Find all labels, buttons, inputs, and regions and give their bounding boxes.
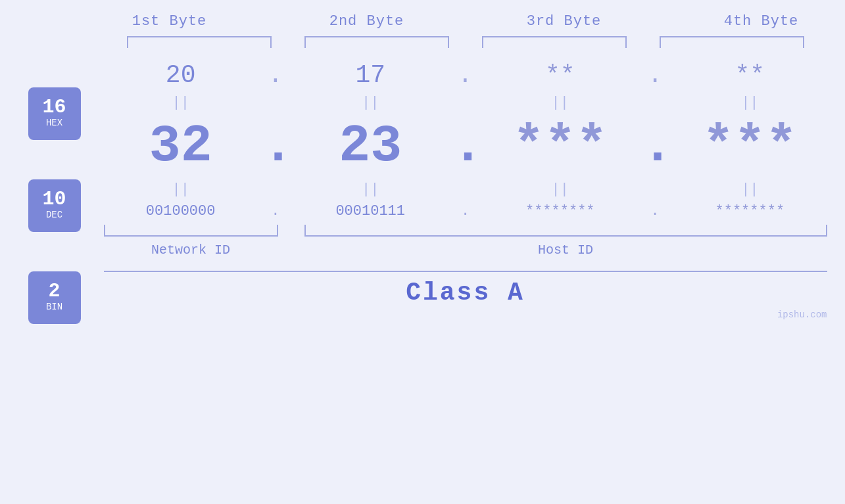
eq-row-2: || || || || (104, 181, 827, 198)
bracket-2 (304, 36, 449, 48)
bin-b3: ******** (488, 203, 633, 219)
bin-row: 00100000 . 00010111 . ******** . *******… (104, 203, 827, 219)
eq1-b4: || (677, 95, 822, 111)
byte-header-4: 4th Byte (679, 13, 844, 30)
bracket-host (304, 225, 827, 237)
top-brackets (110, 36, 821, 48)
byte-header-3: 3rd Byte (482, 13, 646, 30)
bin-dot1: . (262, 203, 289, 219)
dec-badge-label: DEC (46, 209, 62, 222)
dec-dot1: . (262, 116, 289, 176)
bracket-1 (127, 36, 272, 48)
hex-b4: ** (677, 61, 822, 89)
site-credit: ipshu.com (777, 309, 827, 320)
dec-dot3: . (642, 116, 668, 176)
byte-header-2: 2nd Byte (285, 13, 449, 30)
eq1-b1: || (109, 95, 253, 111)
bracket-3 (482, 36, 627, 48)
network-id-label: Network ID (104, 242, 278, 258)
bin-badge-label: BIN (46, 301, 62, 314)
dec-dot2: . (452, 116, 478, 176)
hex-row: 20 . 17 . ** . ** (104, 61, 827, 89)
hex-badge-num: 16 (42, 97, 66, 117)
bin-badge-num: 2 (48, 281, 60, 301)
footer-area: Class A ipshu.com (104, 271, 827, 307)
dec-badge: 10 DEC (28, 179, 81, 232)
bin-b2: 00010111 (298, 203, 443, 219)
byte-headers-row: 1st Byte 2nd Byte 3rd Byte 4th Byte (71, 13, 846, 30)
dec-b3: *** (488, 116, 633, 176)
content-area: 16 HEX 10 DEC 2 BIN 20 . 17 . ** . ** (12, 61, 834, 324)
hex-badge: 16 HEX (28, 87, 81, 140)
hex-b2: 17 (298, 61, 443, 89)
bin-dot3: . (642, 203, 668, 219)
bracket-4 (660, 36, 804, 48)
eq2-b2: || (298, 181, 443, 198)
eq2-b1: || (109, 181, 253, 198)
dec-b2: 23 (298, 116, 443, 176)
hex-dot2: . (452, 61, 478, 89)
eq1-b2: || (298, 95, 443, 111)
eq1-b3: || (488, 95, 633, 111)
badges-column: 16 HEX 10 DEC 2 BIN (12, 61, 97, 324)
dec-b4: *** (677, 116, 822, 176)
dec-badge-num: 10 (42, 189, 66, 209)
bin-dot2: . (452, 203, 478, 219)
bin-b1: 00100000 (109, 203, 253, 219)
footer-line (104, 271, 827, 272)
bin-badge: 2 BIN (28, 271, 81, 324)
bracket-network (104, 225, 278, 237)
eq2-b4: || (677, 181, 822, 198)
hex-dot3: . (642, 61, 668, 89)
eq2-b3: || (488, 181, 633, 198)
class-label: Class A (104, 279, 827, 307)
hex-badge-label: HEX (46, 117, 62, 130)
main-container: 1st Byte 2nd Byte 3rd Byte 4th Byte 16 H… (0, 0, 845, 504)
bottom-bracket-area: Network ID Host ID (104, 225, 827, 258)
hex-b1: 20 (109, 61, 253, 89)
byte-header-1: 1st Byte (87, 13, 252, 30)
eq-row-1: || || || || (104, 95, 827, 111)
hex-dot1: . (262, 61, 289, 89)
dec-b1: 32 (109, 116, 253, 176)
host-id-label: Host ID (304, 242, 827, 258)
hex-b3: ** (488, 61, 633, 89)
dec-row: 32 . 23 . *** . *** (104, 116, 827, 176)
bin-b4: ******** (677, 203, 822, 219)
data-grid: 20 . 17 . ** . ** || || || || 32 (97, 61, 834, 307)
